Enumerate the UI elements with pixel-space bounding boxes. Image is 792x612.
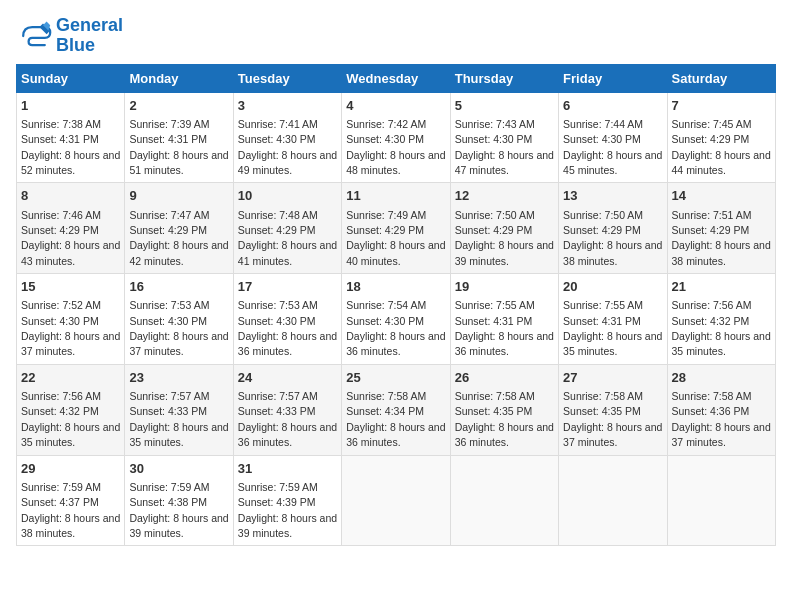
day-number: 2 [129,97,228,115]
day-number: 16 [129,278,228,296]
day-number: 25 [346,369,445,387]
cell-content: Sunrise: 7:56 AMSunset: 4:32 PMDaylight:… [672,299,771,357]
cell-content: Sunrise: 7:43 AMSunset: 4:30 PMDaylight:… [455,118,554,176]
cell-content: Sunrise: 7:48 AMSunset: 4:29 PMDaylight:… [238,209,337,267]
cell-content: Sunrise: 7:52 AMSunset: 4:30 PMDaylight:… [21,299,120,357]
calendar-cell: 4Sunrise: 7:42 AMSunset: 4:30 PMDaylight… [342,92,450,183]
calendar-cell [559,455,667,546]
column-header-thursday: Thursday [450,64,558,92]
cell-content: Sunrise: 7:58 AMSunset: 4:34 PMDaylight:… [346,390,445,448]
calendar-cell: 9Sunrise: 7:47 AMSunset: 4:29 PMDaylight… [125,183,233,274]
column-header-wednesday: Wednesday [342,64,450,92]
day-number: 27 [563,369,662,387]
calendar-cell: 29Sunrise: 7:59 AMSunset: 4:37 PMDayligh… [17,455,125,546]
day-number: 11 [346,187,445,205]
calendar-cell: 23Sunrise: 7:57 AMSunset: 4:33 PMDayligh… [125,364,233,455]
day-number: 30 [129,460,228,478]
calendar-cell: 11Sunrise: 7:49 AMSunset: 4:29 PMDayligh… [342,183,450,274]
cell-content: Sunrise: 7:51 AMSunset: 4:29 PMDaylight:… [672,209,771,267]
day-number: 5 [455,97,554,115]
calendar-cell: 5Sunrise: 7:43 AMSunset: 4:30 PMDaylight… [450,92,558,183]
calendar-cell: 13Sunrise: 7:50 AMSunset: 4:29 PMDayligh… [559,183,667,274]
cell-content: Sunrise: 7:45 AMSunset: 4:29 PMDaylight:… [672,118,771,176]
column-header-monday: Monday [125,64,233,92]
day-number: 10 [238,187,337,205]
calendar-cell: 3Sunrise: 7:41 AMSunset: 4:30 PMDaylight… [233,92,341,183]
column-header-tuesday: Tuesday [233,64,341,92]
calendar-cell: 18Sunrise: 7:54 AMSunset: 4:30 PMDayligh… [342,274,450,365]
day-number: 22 [21,369,120,387]
day-number: 14 [672,187,771,205]
calendar-table: SundayMondayTuesdayWednesdayThursdayFrid… [16,64,776,547]
cell-content: Sunrise: 7:50 AMSunset: 4:29 PMDaylight:… [455,209,554,267]
calendar-cell: 31Sunrise: 7:59 AMSunset: 4:39 PMDayligh… [233,455,341,546]
cell-content: Sunrise: 7:49 AMSunset: 4:29 PMDaylight:… [346,209,445,267]
day-number: 19 [455,278,554,296]
day-number: 7 [672,97,771,115]
calendar-cell: 7Sunrise: 7:45 AMSunset: 4:29 PMDaylight… [667,92,775,183]
calendar-cell: 14Sunrise: 7:51 AMSunset: 4:29 PMDayligh… [667,183,775,274]
calendar-cell: 25Sunrise: 7:58 AMSunset: 4:34 PMDayligh… [342,364,450,455]
day-number: 31 [238,460,337,478]
calendar-cell: 2Sunrise: 7:39 AMSunset: 4:31 PMDaylight… [125,92,233,183]
day-number: 15 [21,278,120,296]
cell-content: Sunrise: 7:50 AMSunset: 4:29 PMDaylight:… [563,209,662,267]
calendar-cell: 19Sunrise: 7:55 AMSunset: 4:31 PMDayligh… [450,274,558,365]
cell-content: Sunrise: 7:44 AMSunset: 4:30 PMDaylight:… [563,118,662,176]
cell-content: Sunrise: 7:54 AMSunset: 4:30 PMDaylight:… [346,299,445,357]
calendar-cell: 16Sunrise: 7:53 AMSunset: 4:30 PMDayligh… [125,274,233,365]
calendar-cell: 15Sunrise: 7:52 AMSunset: 4:30 PMDayligh… [17,274,125,365]
calendar-cell: 24Sunrise: 7:57 AMSunset: 4:33 PMDayligh… [233,364,341,455]
cell-content: Sunrise: 7:41 AMSunset: 4:30 PMDaylight:… [238,118,337,176]
cell-content: Sunrise: 7:59 AMSunset: 4:38 PMDaylight:… [129,481,228,539]
calendar-cell: 1Sunrise: 7:38 AMSunset: 4:31 PMDaylight… [17,92,125,183]
day-number: 20 [563,278,662,296]
calendar-cell: 12Sunrise: 7:50 AMSunset: 4:29 PMDayligh… [450,183,558,274]
day-number: 26 [455,369,554,387]
cell-content: Sunrise: 7:55 AMSunset: 4:31 PMDaylight:… [455,299,554,357]
calendar-week-4: 22Sunrise: 7:56 AMSunset: 4:32 PMDayligh… [17,364,776,455]
day-number: 4 [346,97,445,115]
calendar-cell: 21Sunrise: 7:56 AMSunset: 4:32 PMDayligh… [667,274,775,365]
calendar-cell: 26Sunrise: 7:58 AMSunset: 4:35 PMDayligh… [450,364,558,455]
cell-content: Sunrise: 7:59 AMSunset: 4:37 PMDaylight:… [21,481,120,539]
cell-content: Sunrise: 7:58 AMSunset: 4:35 PMDaylight:… [455,390,554,448]
calendar-cell: 27Sunrise: 7:58 AMSunset: 4:35 PMDayligh… [559,364,667,455]
cell-content: Sunrise: 7:46 AMSunset: 4:29 PMDaylight:… [21,209,120,267]
logo: General Blue [16,16,123,56]
calendar-week-3: 15Sunrise: 7:52 AMSunset: 4:30 PMDayligh… [17,274,776,365]
day-number: 8 [21,187,120,205]
calendar-cell: 6Sunrise: 7:44 AMSunset: 4:30 PMDaylight… [559,92,667,183]
day-number: 1 [21,97,120,115]
calendar-cell: 22Sunrise: 7:56 AMSunset: 4:32 PMDayligh… [17,364,125,455]
calendar-week-5: 29Sunrise: 7:59 AMSunset: 4:37 PMDayligh… [17,455,776,546]
calendar-cell [667,455,775,546]
day-number: 17 [238,278,337,296]
calendar-week-2: 8Sunrise: 7:46 AMSunset: 4:29 PMDaylight… [17,183,776,274]
logo-icon [16,18,52,54]
day-number: 28 [672,369,771,387]
day-number: 6 [563,97,662,115]
calendar-header: SundayMondayTuesdayWednesdayThursdayFrid… [17,64,776,92]
cell-content: Sunrise: 7:53 AMSunset: 4:30 PMDaylight:… [129,299,228,357]
day-number: 21 [672,278,771,296]
day-number: 3 [238,97,337,115]
cell-content: Sunrise: 7:58 AMSunset: 4:35 PMDaylight:… [563,390,662,448]
cell-content: Sunrise: 7:42 AMSunset: 4:30 PMDaylight:… [346,118,445,176]
cell-content: Sunrise: 7:57 AMSunset: 4:33 PMDaylight:… [129,390,228,448]
day-number: 18 [346,278,445,296]
day-number: 23 [129,369,228,387]
calendar-week-1: 1Sunrise: 7:38 AMSunset: 4:31 PMDaylight… [17,92,776,183]
calendar-cell: 30Sunrise: 7:59 AMSunset: 4:38 PMDayligh… [125,455,233,546]
column-header-sunday: Sunday [17,64,125,92]
cell-content: Sunrise: 7:59 AMSunset: 4:39 PMDaylight:… [238,481,337,539]
day-number: 9 [129,187,228,205]
day-number: 13 [563,187,662,205]
calendar-cell: 10Sunrise: 7:48 AMSunset: 4:29 PMDayligh… [233,183,341,274]
cell-content: Sunrise: 7:47 AMSunset: 4:29 PMDaylight:… [129,209,228,267]
calendar-cell [342,455,450,546]
calendar-cell: 8Sunrise: 7:46 AMSunset: 4:29 PMDaylight… [17,183,125,274]
column-header-friday: Friday [559,64,667,92]
cell-content: Sunrise: 7:56 AMSunset: 4:32 PMDaylight:… [21,390,120,448]
day-number: 24 [238,369,337,387]
